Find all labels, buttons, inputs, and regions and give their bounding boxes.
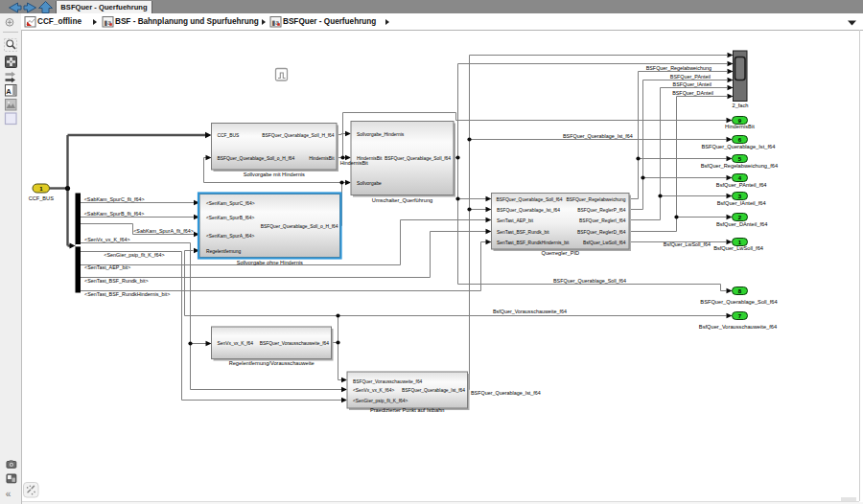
svg-text:<SenVx_vx_K_f64>: <SenVx_vx_K_f64> (84, 237, 130, 242)
svg-text:<SenTast_BSF_RundkHindernis_bi: <SenTast_BSF_RundkHindernis_bit> (84, 291, 170, 297)
svg-text:Regelentfernung: Regelentfernung (206, 249, 241, 254)
svg-text:SenTast_BSF_RundkHindernis_bit: SenTast_BSF_RundkHindernis_bit (497, 241, 570, 245)
svg-text:BSFQuer_Vorausschauweite_f64: BSFQuer_Vorausschauweite_f64 (353, 379, 423, 384)
svg-text:CCF_BUS: CCF_BUS (29, 195, 55, 201)
svg-text:BSFQuer_PAnteil: BSFQuer_PAnteil (670, 74, 711, 80)
svg-text:BSFQuer_DAnteil: BSFQuer_DAnteil (672, 90, 713, 96)
svg-text:SenTast_AEP_bit: SenTast_AEP_bit (497, 218, 534, 223)
svg-text:BSFQuer_Querablage_Soll_f64: BSFQuer_Querablage_Soll_f64 (385, 156, 451, 161)
svg-text:<SenGier_psip_flt_K_f64>: <SenGier_psip_flt_K_f64> (104, 252, 164, 258)
svg-text:<SenGier_psip_flt_K_f64>: <SenGier_psip_flt_K_f64> (353, 399, 408, 403)
svg-text:<SabKam_SpurC_flt_f64>: <SabKam_SpurC_flt_f64> (84, 196, 145, 202)
svg-text:BSFQuer_Regelabweichung: BSFQuer_Regelabweichung (567, 197, 626, 202)
svg-text:CCF_BUS: CCF_BUS (218, 133, 241, 138)
svg-text:HindernisBit: HindernisBit (340, 160, 369, 166)
svg-text:BsfQuer_Regelabweichung_f64: BsfQuer_Regelabweichung_f64 (701, 163, 778, 169)
svg-text:BsfQuer_Vorausschauweite_f64: BsfQuer_Vorausschauweite_f64 (493, 309, 567, 314)
svg-text:BSFQuer_Vorausschauweite_f64: BSFQuer_Vorausschauweite_f64 (260, 341, 330, 346)
svg-text:BsfQuer_LwSoll_f64: BsfQuer_LwSoll_f64 (664, 241, 711, 247)
svg-text:HindernisBit: HindernisBit (725, 124, 755, 129)
svg-text:<SenVx_vx_K_f64>: <SenVx_vx_K_f64> (353, 388, 394, 393)
svg-text:BSFQuer_Querablage_Ist_f64: BSFQuer_Querablage_Ist_f64 (402, 388, 465, 393)
svg-text:BSFQuer_ReglerI_f64: BSFQuer_ReglerI_f64 (579, 218, 626, 223)
svg-text:<SenTast_BSF_Rundk_bit>: <SenTast_BSF_Rundk_bit> (84, 278, 149, 284)
svg-text:BSFQuer_Querablage_Soll_f64: BSFQuer_Querablage_Soll_f64 (700, 299, 777, 305)
svg-text:BSFQuer_IAnteil: BSFQuer_IAnteil (673, 81, 711, 87)
svg-text:SenTast_BSF_Rundk_bit: SenTast_BSF_Rundk_bit (497, 230, 549, 235)
svg-text:Sollvorgabe ohne Hindernis: Sollvorgabe ohne Hindernis (237, 260, 303, 265)
svg-text:BSFQuer_Regelabweichung: BSFQuer_Regelabweichung (646, 65, 711, 71)
svg-text:BSFQuer_Querablage_Soll_f64: BSFQuer_Querablage_Soll_f64 (497, 197, 563, 202)
svg-text:2_fach: 2_fach (733, 103, 749, 108)
svg-text:BsfQuer_IAnteil_f64: BsfQuer_IAnteil_f64 (717, 200, 766, 206)
svg-text:<SabKam_SpurA_flt_f64>: <SabKam_SpurA_flt_f64> (133, 228, 194, 234)
svg-text:<SenTast_AEP_bit>: <SenTast_AEP_bit> (84, 264, 130, 270)
svg-text:Querregler_PID: Querregler_PID (542, 250, 580, 256)
svg-text:BSFQuer_Querablage_Soll_o_H_f6: BSFQuer_Querablage_Soll_o_H_f64 (218, 156, 295, 161)
svg-text:BsfQuer_LwSoll_f64: BsfQuer_LwSoll_f64 (583, 241, 626, 245)
svg-text:BsfQuer_LwSoll_f64: BsfQuer_LwSoll_f64 (713, 245, 763, 251)
svg-text:SenVx_vx_K_f64: SenVx_vx_K_f64 (218, 341, 254, 346)
svg-text:<SenKam_SpurC_f64>: <SenKam_SpurC_f64> (206, 201, 255, 206)
svg-text:Sollvorgabe: Sollvorgabe (357, 181, 382, 186)
svg-text:<SabKam_SpurB_flt_f64>: <SabKam_SpurB_flt_f64> (84, 211, 145, 217)
svg-text:BSFQuer_Querablage_Ist_f64: BSFQuer_Querablage_Ist_f64 (701, 144, 775, 149)
svg-text:BSFQuer_Querablage_Soll_f64: BSFQuer_Querablage_Soll_f64 (553, 278, 626, 284)
svg-text:BSFQuer_Querablage_Ist_f64: BSFQuer_Querablage_Ist_f64 (471, 390, 541, 396)
svg-text:Regelentfernung/Vorausschauwei: Regelentfernung/Vorausschauweite (229, 360, 315, 366)
svg-text:Sollvorgabe mit Hindernis: Sollvorgabe mit Hindernis (244, 172, 305, 177)
svg-text:BsfQuer_PAnteil_f64: BsfQuer_PAnteil_f64 (716, 182, 767, 188)
svg-text:HindernisBit: HindernisBit (309, 156, 335, 161)
svg-text:BSFQuer_ReglerD_f64: BSFQuer_ReglerD_f64 (577, 230, 626, 235)
svg-text:BsfQuer_DAnteil_f64: BsfQuer_DAnteil_f64 (716, 221, 767, 227)
svg-text:<SenKam_SpurB_f64>: <SenKam_SpurB_f64> (206, 216, 254, 220)
svg-text:BSFQuer_Querablage_Soll_o_H_f6: BSFQuer_Querablage_Soll_o_H_f64 (261, 224, 338, 229)
svg-text:Praedizierter Punkt auf Istbah: Praedizierter Punkt auf Istbahn (370, 407, 444, 413)
svg-text:Umschalter_Querführung: Umschalter_Querführung (372, 197, 432, 203)
svg-text:BSFQuer_Querablage_Ist_f64: BSFQuer_Querablage_Ist_f64 (497, 208, 560, 213)
svg-text:BSFQuer_Querablage_Ist_f64: BSFQuer_Querablage_Ist_f64 (563, 133, 633, 139)
svg-text:BSFQuer_ReglerP_f64: BSFQuer_ReglerP_f64 (577, 208, 626, 213)
svg-text:<SenKam_SpurA_f64>: <SenKam_SpurA_f64> (206, 234, 254, 239)
svg-text:Sollvorgabe_Hindernis: Sollvorgabe_Hindernis (357, 132, 405, 137)
svg-text:BSFQuer_Querablage_Soll_H_f64: BSFQuer_Querablage_Soll_H_f64 (262, 133, 335, 138)
svg-text:BsfQuer_Vorausschauweite_f64: BsfQuer_Vorausschauweite_f64 (699, 324, 777, 330)
